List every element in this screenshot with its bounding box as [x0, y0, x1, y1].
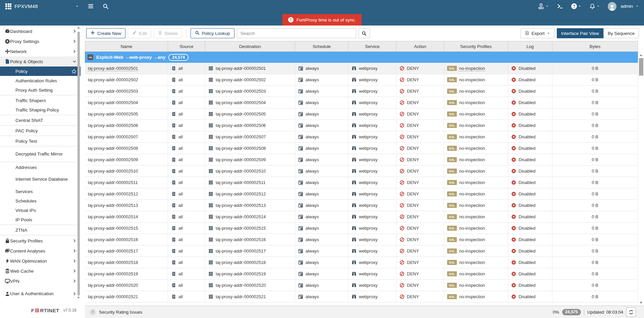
cell-security-profiles[interactable]: SSLno-inspection	[444, 154, 508, 165]
sidebar-item-proxy-settings[interactable]: Proxy Settings	[0, 36, 80, 46]
cell-service[interactable]: webproxy	[348, 143, 396, 154]
refresh-button[interactable]	[626, 307, 636, 317]
cell-action[interactable]: DENY	[396, 86, 444, 97]
create-new-button[interactable]: Create New	[86, 28, 125, 38]
cell-security-profiles[interactable]: SSLno-inspection	[444, 291, 508, 302]
cell-action[interactable]: DENY	[396, 120, 444, 131]
sidebar-item-internet-service-database[interactable]: Internet Service Database	[0, 172, 80, 187]
profile-name[interactable]: no-inspection	[459, 214, 485, 219]
cell-service[interactable]: webproxy	[348, 200, 396, 211]
table-scrollbar-thumb[interactable]	[639, 58, 643, 76]
cell-log[interactable]: Disabled	[508, 177, 552, 188]
cell-schedule[interactable]: always	[295, 74, 348, 85]
cell-source[interactable]: all	[168, 154, 205, 165]
security-rating-label[interactable]: Security Rating Issues	[99, 310, 142, 315]
cell-source[interactable]: all	[168, 268, 205, 279]
cell-action[interactable]: DENY	[396, 166, 444, 177]
cell-destination[interactable]: taj-proxy-addr-000002517	[205, 245, 295, 257]
policy-group-header[interactable]: Explicit-Web →web-proxy →any 24,574	[85, 52, 638, 63]
cell-log[interactable]: Disabled	[508, 291, 552, 302]
cell-security-profiles[interactable]: SSLno-inspection	[444, 177, 508, 188]
policy-row[interactable]: taj-proxy-addr-000002515alltaj-proxy-add…	[85, 223, 638, 234]
policy-name[interactable]: taj-proxy-addr-000002503	[88, 89, 138, 94]
cell-action[interactable]: DENY	[396, 223, 444, 234]
cell-service[interactable]: webproxy	[348, 97, 396, 108]
sidebar-item-decrypted-traffic-mirror[interactable]: Decrypted Traffic Mirror	[0, 147, 80, 162]
column-header-destination[interactable]: Destination	[205, 41, 295, 51]
profile-name[interactable]: no-inspection	[459, 169, 485, 174]
cell-destination[interactable]: taj-proxy-addr-000002501	[205, 63, 295, 74]
cell-security-profiles[interactable]: SSLno-inspection	[444, 97, 508, 108]
policy-row[interactable]: taj-proxy-addr-000002509alltaj-proxy-add…	[85, 154, 638, 166]
sidebar-scrollbar-thumb[interactable]	[77, 32, 80, 296]
sidebar-item-wan-optimization[interactable]: WAN Optimization	[0, 256, 80, 266]
sidebar-item-ztna[interactable]: ZTNA	[0, 225, 80, 235]
cell-name[interactable]: taj-proxy-addr-000002503	[85, 86, 168, 97]
column-header-name[interactable]: Name	[85, 41, 168, 51]
cell-service[interactable]: webproxy	[348, 74, 396, 85]
policy-name[interactable]: taj-proxy-addr-000002511	[88, 180, 138, 185]
cell-schedule[interactable]: always	[295, 166, 348, 177]
cell-destination[interactable]: taj-proxy-addr-000002510	[205, 166, 295, 177]
cell-name[interactable]: taj-proxy-addr-000002520	[85, 280, 168, 291]
cell-name[interactable]: taj-proxy-addr-000002512	[85, 188, 168, 199]
profile-name[interactable]: no-inspection	[459, 294, 485, 299]
cell-security-profiles[interactable]: SSLno-inspection	[444, 200, 508, 211]
cell-security-profiles[interactable]: SSLno-inspection	[444, 188, 508, 199]
policy-row[interactable]: taj-proxy-addr-000002520alltaj-proxy-add…	[85, 280, 638, 291]
policy-row[interactable]: taj-proxy-addr-000002510alltaj-proxy-add…	[85, 166, 638, 177]
cell-log[interactable]: Disabled	[508, 245, 552, 257]
policy-name[interactable]: taj-proxy-addr-000002513	[88, 203, 138, 208]
cell-destination[interactable]: taj-proxy-addr-000002504	[205, 97, 295, 108]
cell-security-profiles[interactable]: SSLno-inspection	[444, 108, 508, 120]
cell-schedule[interactable]: always	[295, 143, 348, 154]
column-header-action[interactable]: Action	[396, 41, 444, 51]
sidebar-item-traffic-shaping-policy[interactable]: Traffic Shaping Policy	[0, 105, 80, 115]
profile-name[interactable]: no-inspection	[459, 260, 485, 265]
edit-button[interactable]: Edit	[128, 28, 151, 38]
sidebar-scrollbar[interactable]	[76, 27, 80, 302]
cell-destination[interactable]: taj-proxy-addr-000002508	[205, 143, 295, 154]
cell-service[interactable]: webproxy	[348, 211, 396, 222]
cell-security-profiles[interactable]: SSLno-inspection	[444, 74, 508, 85]
cell-security-profiles[interactable]: SSLno-inspection	[444, 131, 508, 142]
system-status-menu[interactable]	[538, 3, 549, 10]
cell-source[interactable]: all	[168, 200, 205, 211]
cell-service[interactable]: webproxy	[348, 108, 396, 120]
cell-name[interactable]: taj-proxy-addr-000002509	[85, 154, 168, 165]
profile-name[interactable]: no-inspection	[459, 123, 485, 128]
cell-log[interactable]: Disabled	[508, 234, 552, 245]
hostname-dropdown-caret-icon[interactable]	[75, 5, 79, 8]
cell-source[interactable]: all	[168, 177, 205, 188]
cell-source[interactable]: all	[168, 223, 205, 234]
notifications-menu[interactable]	[589, 3, 600, 9]
cell-schedule[interactable]: always	[295, 188, 348, 199]
delete-button[interactable]: Delete	[154, 28, 182, 38]
cell-destination[interactable]: taj-proxy-addr-000002509	[205, 154, 295, 165]
cell-source[interactable]: all	[168, 74, 205, 85]
sidebar-item-services[interactable]: Services	[0, 187, 80, 196]
column-header-log[interactable]: Log	[508, 41, 552, 51]
help-menu[interactable]: ?	[571, 3, 581, 9]
cell-destination[interactable]: taj-proxy-addr-000002507	[205, 131, 295, 142]
cell-name[interactable]: taj-proxy-addr-000002519	[85, 268, 168, 279]
policy-name[interactable]: taj-proxy-addr-000002501	[88, 66, 138, 71]
sidebar-item-pac-policy[interactable]: PAC Policy	[0, 126, 80, 135]
profile-name[interactable]: no-inspection	[459, 134, 485, 139]
profile-name[interactable]: no-inspection	[459, 226, 485, 231]
policy-row[interactable]: taj-proxy-addr-000002504alltaj-proxy-add…	[85, 97, 638, 108]
profile-name[interactable]: no-inspection	[459, 248, 485, 254]
profile-name[interactable]: no-inspection	[459, 146, 485, 151]
cell-action[interactable]: DENY	[396, 143, 444, 154]
cell-service[interactable]: webproxy	[348, 120, 396, 131]
cell-schedule[interactable]: always	[295, 291, 348, 302]
cell-schedule[interactable]: always	[295, 131, 348, 142]
policy-name[interactable]: taj-proxy-addr-000002516	[88, 237, 138, 242]
policy-row[interactable]: taj-proxy-addr-000002512alltaj-proxy-add…	[85, 188, 638, 200]
sidebar-item-proxy-auth-setting[interactable]: Proxy Auth Setting	[0, 85, 80, 95]
cell-source[interactable]: all	[168, 97, 205, 108]
profile-name[interactable]: no-inspection	[459, 157, 485, 162]
cell-service[interactable]: webproxy	[348, 245, 396, 257]
cell-log[interactable]: Disabled	[508, 74, 552, 85]
cell-action[interactable]: DENY	[396, 108, 444, 120]
